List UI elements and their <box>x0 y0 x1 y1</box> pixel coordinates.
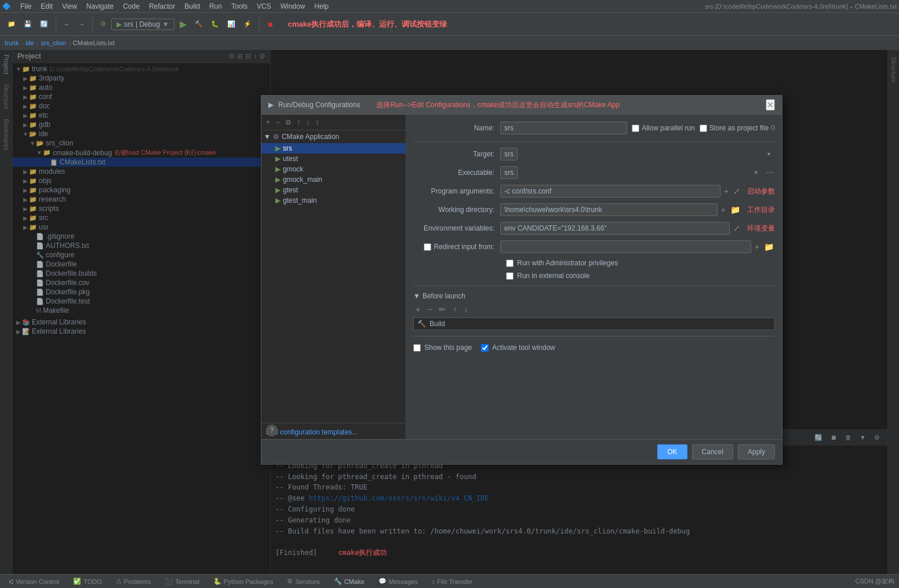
program-args-input[interactable] <box>500 185 720 198</box>
show-page-checkbox[interactable] <box>413 344 421 352</box>
store-project-checkbox[interactable] <box>700 125 707 132</box>
menu-file[interactable]: File <box>16 1 36 12</box>
menu-window[interactable]: Window <box>276 1 310 12</box>
coverage-button[interactable]: 📊 <box>224 19 238 30</box>
menu-tools[interactable]: Tools <box>227 1 252 12</box>
launch-add-btn[interactable]: + <box>413 304 423 315</box>
run-external-checkbox[interactable] <box>506 272 514 280</box>
redirect-add-btn[interactable]: + <box>754 241 760 253</box>
executable-select[interactable]: srs <box>500 166 518 179</box>
apply-button[interactable]: Apply <box>738 444 775 459</box>
help-button[interactable]: ? <box>266 425 278 436</box>
dialog-title-bar: ▶ Run/Debug Configurations 选择Run-->Edit … <box>261 96 782 115</box>
save-button[interactable]: 💾 <box>21 19 35 30</box>
run-button[interactable]: ▶ <box>177 17 190 31</box>
footer-todo[interactable]: ✅ TODO <box>68 576 107 586</box>
redirect-browse-btn[interactable]: 📁 <box>763 241 775 253</box>
config-remove-btn[interactable]: − <box>274 117 282 127</box>
toolbar-sep-3 <box>259 17 260 31</box>
section-divider-1 <box>413 141 775 142</box>
menu-help[interactable]: Help <box>310 1 333 12</box>
allow-parallel-label: Allow parallel run <box>642 124 694 132</box>
profile-button[interactable]: ⚡ <box>241 19 254 30</box>
config-add-btn[interactable]: + <box>264 117 272 127</box>
menu-code[interactable]: Code <box>118 1 144 12</box>
menu-vcs[interactable]: VCS <box>252 1 276 12</box>
run-admin-checkbox[interactable] <box>506 260 514 267</box>
config-item-utest[interactable]: ▶ utest <box>261 154 406 164</box>
footer-messages[interactable]: 💬 Messages <box>374 576 423 586</box>
debug-button[interactable]: 🐛 <box>208 19 222 30</box>
run-admin-row: Run with Administrator privileges <box>413 259 775 267</box>
config-item-gmock-main[interactable]: ▶ gmock_main <box>261 174 406 185</box>
config-move-up-btn[interactable]: ↑ <box>294 117 303 127</box>
config-sort-btn[interactable]: ↕ <box>313 117 321 127</box>
config-item-gmock[interactable]: ▶ gmock <box>261 164 406 174</box>
redirect-input[interactable] <box>500 240 751 253</box>
menu-edit[interactable]: Edit <box>36 1 57 12</box>
footer-python-packages[interactable]: 🐍 Python Packages <box>209 576 278 586</box>
build-button[interactable]: 🔨 <box>192 19 206 30</box>
ok-button[interactable]: OK <box>657 444 687 459</box>
activate-tool-checkbox[interactable] <box>481 344 489 352</box>
edit-templates-link[interactable]: Edit configuration templates... <box>266 428 358 436</box>
name-input[interactable] <box>500 122 627 134</box>
menu-build[interactable]: Build <box>180 1 205 12</box>
problems-label: Problems <box>124 578 151 585</box>
executable-select-wrap: srs <box>500 166 762 179</box>
stop-button[interactable]: ⏹ <box>264 19 276 30</box>
store-project-count: 0 <box>771 124 775 132</box>
breadcrumb-cmakefile[interactable]: CMakeLists.txt <box>73 39 115 46</box>
terminal-label: Terminal <box>175 578 199 585</box>
config-item-gtest-main[interactable]: ▶ gtest_main <box>261 195 406 206</box>
dialog-close-button[interactable]: ✕ <box>766 99 775 111</box>
todo-label: TODO <box>83 578 102 585</box>
working-dir-browse-btn[interactable]: 📁 <box>729 204 741 216</box>
footer-terminal[interactable]: ⬛ Terminal <box>160 576 204 586</box>
breadcrumb-srs-clion[interactable]: srs_clion <box>41 39 66 46</box>
program-args-expand-btn[interactable]: ⤢ <box>732 185 741 197</box>
menu-refactor[interactable]: Refactor <box>144 1 180 12</box>
launch-down-btn[interactable]: ↓ <box>461 304 470 315</box>
launch-up-btn[interactable]: ↑ <box>450 304 459 315</box>
allow-parallel-checkbox[interactable] <box>632 125 639 132</box>
store-project-label: Store as project file <box>709 124 769 132</box>
breadcrumb-trunk[interactable]: trunk <box>5 39 19 46</box>
env-vars-expand-btn[interactable]: ⤢ <box>732 222 741 234</box>
before-launch-title[interactable]: ▼ Before launch <box>413 292 775 300</box>
footer-file-transfer[interactable]: ↕ File Transfer <box>427 577 478 586</box>
footer-services[interactable]: ⚙ Services <box>282 576 324 586</box>
sync-button[interactable]: 🔄 <box>37 19 51 30</box>
footer-version-control[interactable]: ⑆ Version Control <box>5 577 64 586</box>
run-config-selector[interactable]: ▶ srs | Debug ▼ <box>111 19 174 30</box>
target-select[interactable]: srs <box>500 148 518 160</box>
menu-view[interactable]: View <box>57 1 82 12</box>
working-dir-annotation: 工作目录 <box>747 205 775 215</box>
breadcrumb-ide[interactable]: ide <box>26 39 34 46</box>
run-config-icon: ▶ <box>117 20 122 28</box>
gmock-main-label: gmock_main <box>283 176 322 184</box>
launch-remove-btn[interactable]: − <box>425 304 434 315</box>
cmake-button[interactable]: ⚙ <box>97 19 109 30</box>
executable-browse-btn[interactable]: ⋯ <box>765 167 775 178</box>
redirect-checkbox[interactable] <box>424 243 431 251</box>
cancel-button[interactable]: Cancel <box>692 444 733 459</box>
forward-button[interactable]: → <box>75 19 88 30</box>
working-dir-input[interactable] <box>500 203 718 216</box>
config-item-srs[interactable]: ▶ srs <box>261 143 406 154</box>
launch-edit-btn[interactable]: ✏ <box>436 304 448 315</box>
config-item-gtest[interactable]: ▶ gtest <box>261 185 406 195</box>
csdn-label: CSDN @架构 <box>856 578 894 585</box>
config-copy-btn[interactable]: ⧉ <box>283 117 293 127</box>
menu-run[interactable]: Run <box>205 1 227 12</box>
menu-navigate[interactable]: Navigate <box>82 1 118 12</box>
back-button[interactable]: ← <box>61 19 73 30</box>
working-dir-add-btn[interactable]: + <box>720 204 727 216</box>
footer-cmake[interactable]: 🔧 CMake <box>329 576 369 586</box>
env-vars-input[interactable] <box>500 222 730 235</box>
program-args-add-btn[interactable]: + <box>723 185 730 197</box>
config-move-down-btn[interactable]: ↓ <box>304 117 312 127</box>
footer-problems[interactable]: ⚠ Problems <box>111 576 155 586</box>
config-cmake-application-parent[interactable]: ▼ ⚙ CMake Application <box>261 130 406 143</box>
open-button[interactable]: 📁 <box>5 19 19 30</box>
